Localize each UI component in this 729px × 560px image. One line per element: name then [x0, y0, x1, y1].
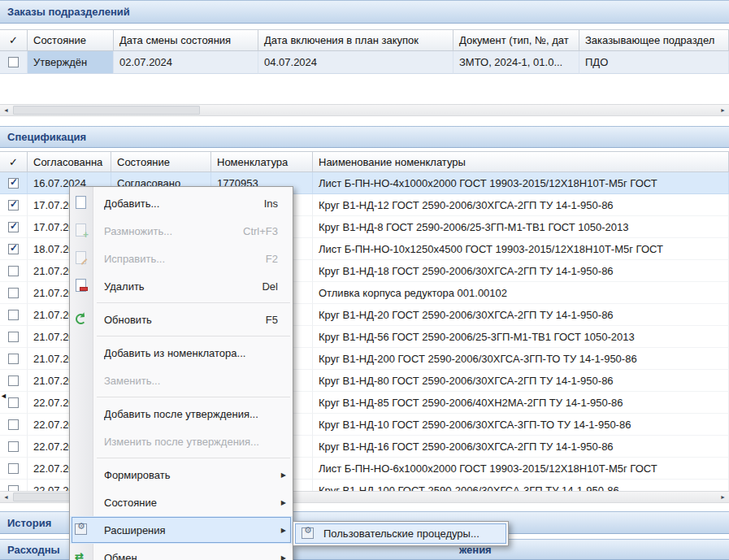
- menu-item-add[interactable]: Добавить... Ins: [70, 189, 293, 217]
- scrollbar-thumb[interactable]: [13, 106, 200, 115]
- scroll-right-icon[interactable]: ►: [717, 492, 729, 502]
- orders-row[interactable]: Утверждён 02.07.2024 04.07.2024 ЗМТО, 20…: [0, 51, 729, 74]
- row-checkbox[interactable]: [8, 463, 19, 474]
- cell-check: [0, 348, 28, 370]
- cell-name: Круг В1-НД-10 ГОСТ 2590-2006/30ХГСА-3ГП-…: [313, 414, 729, 436]
- cell-name: Круг В1-НД-8 ГОСТ 2590-2006/25-3ГП-М1-ТВ…: [313, 216, 729, 238]
- menu-item-add-from-nomenclator[interactable]: Добавить из номенклатора...: [70, 339, 293, 367]
- cell-name: Круг В1-НД-18 ГОСТ 2590-2006/30ХГСА-2ГП …: [313, 260, 729, 282]
- row-checkbox[interactable]: [8, 441, 19, 452]
- menu-separator: [97, 302, 290, 303]
- orders-col-document[interactable]: Документ (тип, №, дат: [453, 29, 579, 51]
- scroll-right-icon[interactable]: ►: [717, 105, 729, 115]
- user-procedures-icon: [301, 527, 315, 541]
- cell-check: [0, 238, 28, 260]
- row-checkbox[interactable]: [8, 266, 19, 276]
- menu-item-delete[interactable]: Удалить Del: [70, 272, 293, 300]
- spec-panel-title: Спецификация: [7, 131, 86, 143]
- menu-item-state[interactable]: Состояние ▶: [70, 488, 293, 516]
- row-checkbox[interactable]: [8, 354, 19, 364]
- orders-hscrollbar[interactable]: ◄ ►: [0, 104, 729, 116]
- spec-col-nomenclature[interactable]: Номенклатура: [211, 151, 313, 172]
- cell-check: [0, 480, 28, 491]
- refresh-icon: [74, 312, 89, 327]
- cell-plan-include-date: 04.07.2024: [258, 51, 453, 74]
- menu-item-exchange[interactable]: ⇄ Обмен ▶: [70, 544, 293, 560]
- menu-item-edit: Исправить... F2: [70, 245, 293, 272]
- cell-document: ЗМТО, 2024-1, 01.0...: [453, 51, 579, 74]
- orders-table-header: ✓ Состояние Дата смены состояния Дата вк…: [0, 29, 729, 51]
- cell-name: Круг В1-НД-85 ГОСТ 2590-2006/40ХН2МА-2ГП…: [313, 392, 729, 414]
- cell-check: [0, 282, 28, 304]
- cell-department: ПДО: [579, 51, 729, 74]
- scroll-left-icon[interactable]: ◄: [0, 105, 12, 115]
- extensions-icon: [74, 523, 89, 537]
- orders-col-state-change-date[interactable]: Дата смены состояния: [114, 29, 258, 51]
- row-checkbox[interactable]: [8, 244, 19, 254]
- menu-item-replace: Заменить...: [70, 367, 293, 394]
- splitter-collapse-icon[interactable]: ◄: [0, 392, 7, 400]
- row-checkbox[interactable]: [8, 376, 19, 386]
- delete-icon: [74, 279, 89, 293]
- row-checkbox[interactable]: [8, 288, 19, 298]
- row-checkbox[interactable]: [8, 397, 19, 408]
- menu-item-extensions[interactable]: Расширения ▶: [70, 516, 293, 544]
- row-checkbox[interactable]: [8, 310, 19, 320]
- spec-col-nomenclature-name[interactable]: Наименование номенклатуры: [313, 151, 729, 172]
- menu-item-refresh[interactable]: Обновить F5: [70, 306, 293, 333]
- spec-panel-header[interactable]: Спецификация: [0, 126, 729, 148]
- cell-check: [0, 51, 28, 74]
- orders-panel-header[interactable]: Заказы подразделений: [0, 0, 729, 24]
- row-checkbox[interactable]: [8, 419, 19, 430]
- app-window: Заказы подразделений ✓ Состояние Дата см…: [0, 0, 729, 560]
- submenu-arrow-icon: ▶: [281, 499, 286, 506]
- spec-col-check[interactable]: ✓: [0, 151, 28, 172]
- orders-col-department[interactable]: Заказывающее подраздел: [579, 29, 729, 51]
- cell-check: [0, 370, 28, 392]
- row-checkbox[interactable]: [8, 222, 19, 232]
- orders-col-plan-include-date[interactable]: Дата включения в план закупок: [258, 29, 453, 51]
- spec-col-state[interactable]: Состояние: [111, 151, 211, 172]
- cell-check: [0, 414, 28, 436]
- spec-col-agreed-date[interactable]: Согласованна: [28, 151, 111, 172]
- cell-name: Лист Б-ПН-НО-6х1000х2000 ГОСТ 19903-2015…: [313, 458, 729, 480]
- check-all-icon: ✓: [9, 34, 18, 46]
- duplicate-icon: [74, 224, 89, 238]
- cell-name: Отливка корпуса редуктора 001.00102: [313, 282, 729, 304]
- cell-name: Круг В1-НД-20 ГОСТ 2590-2006/30ХГСА-2ГП …: [313, 304, 729, 326]
- row-checkbox[interactable]: [8, 200, 19, 211]
- context-menu: Добавить... Ins Размножить... Ctrl+F3 Ис…: [69, 186, 293, 560]
- cell-name: Круг В1-НД-100 ГОСТ 2590-2006/30ХГСА-3ГП…: [313, 480, 729, 491]
- edit-icon: [74, 251, 89, 266]
- orders-col-check[interactable]: ✓: [0, 29, 28, 51]
- row-checkbox[interactable]: [8, 178, 19, 189]
- cell-name: Круг В1-НД-12 ГОСТ 2590-2006/30ХГСА-2ГП …: [313, 194, 729, 216]
- menu-separator: [97, 458, 290, 458]
- scroll-left-icon[interactable]: ◄: [0, 492, 12, 502]
- cell-name: Лист Б-ПН-НО-4х1000х2000 ГОСТ 19903-2015…: [313, 172, 729, 194]
- menu-item-add-after-approval[interactable]: Добавить после утверждения...: [70, 400, 293, 428]
- cell-check: [0, 458, 28, 480]
- menu-item-duplicate: Размножить... Ctrl+F3: [70, 217, 293, 245]
- menu-item-edit-after-approval: Изменить после утверждения...: [70, 428, 293, 455]
- spec-table-header: ✓ Согласованна Состояние Номенклатура На…: [0, 151, 729, 172]
- menu-item-form[interactable]: Формировать ▶: [70, 461, 293, 488]
- row-checkbox[interactable]: [8, 485, 19, 492]
- cell-state: Утверждён: [28, 51, 114, 74]
- submenu-item-user-procedures[interactable]: Пользовательские процедуры...: [295, 523, 506, 544]
- cell-check: [0, 326, 28, 348]
- cell-check: [0, 304, 28, 326]
- extensions-submenu: Пользовательские процедуры...: [293, 521, 509, 546]
- cell-check: [0, 172, 28, 194]
- submenu-arrow-icon: ▶: [281, 527, 286, 534]
- cell-name: Круг В1-НД-16 ГОСТ 2590-2006/30ХГСА-2ГП …: [313, 436, 729, 458]
- menu-separator: [97, 336, 290, 336]
- cell-check: [0, 194, 28, 216]
- orders-panel-title: Заказы подразделений: [7, 6, 130, 18]
- cell-name: Лист Б-ПН-НО-10х1250х4500 ГОСТ 19903-201…: [313, 238, 729, 260]
- row-checkbox[interactable]: [8, 332, 19, 342]
- row-checkbox[interactable]: [8, 57, 19, 67]
- submenu-arrow-icon: ▶: [281, 554, 286, 560]
- orders-col-state[interactable]: Состояние: [28, 29, 114, 51]
- menu-separator: [97, 397, 290, 397]
